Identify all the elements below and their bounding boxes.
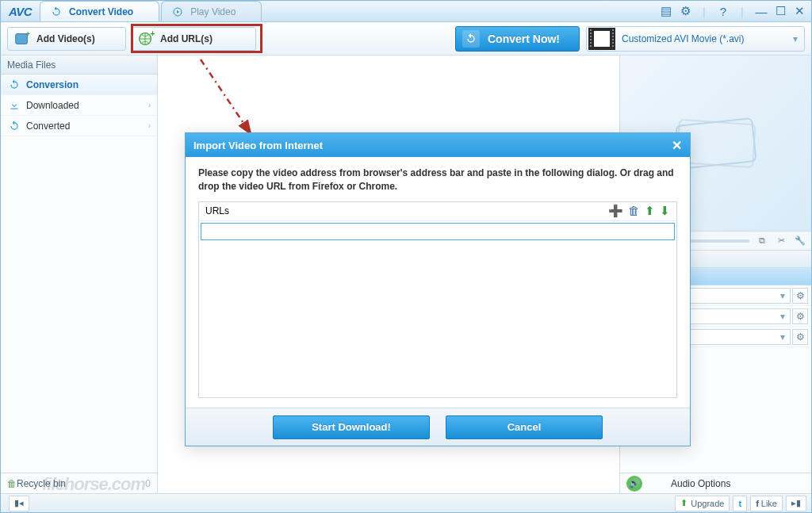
add-urls-button[interactable]: + Add URL(s) (131, 27, 256, 51)
tab-label: Convert Video (69, 6, 133, 17)
globe-add-icon: + (136, 29, 155, 48)
arrow-up-icon[interactable]: ⬆ (645, 204, 655, 218)
format-label: Customized AVI Movie (*.avi) (622, 33, 745, 44)
gear-icon[interactable]: ⚙ (792, 308, 808, 324)
import-url-dialog: Import Video from Internet ✕ Please copy… (185, 132, 691, 446)
fb-like-button[interactable]: fLike (750, 496, 783, 511)
urls-header: URLs ➕ 🗑 ⬆ ⬇ (199, 202, 676, 221)
recycle-bin[interactable]: 🗑 Recycle bin 0 (1, 473, 157, 493)
chevron-down-icon: ▾ (780, 331, 785, 343)
play-icon (171, 6, 184, 18)
app-logo: AVC (1, 5, 40, 18)
sidebar-item-label: Converted (26, 121, 70, 132)
toolbar: + Add Video(s) + Add URL(s) Convert Now!… (1, 22, 811, 56)
film-icon (588, 28, 615, 50)
minimize-icon[interactable]: — (754, 5, 768, 18)
svg-rect-14 (612, 33, 614, 34)
button-label: Add Video(s) (36, 33, 95, 44)
svg-rect-18 (612, 45, 614, 47)
help-icon[interactable]: ? (716, 5, 730, 18)
sidebar-item-downloaded[interactable]: Downloaded › (1, 95, 157, 116)
sidebar-heading: Media Files (1, 56, 157, 75)
panel-toggle-left[interactable]: ▮◂ (9, 496, 29, 511)
button-label: Convert Now! (488, 33, 560, 45)
sidebar-item-label: Downloaded (26, 100, 79, 111)
convert-now-button[interactable]: Convert Now! (455, 26, 580, 52)
svg-rect-16 (612, 39, 614, 40)
button-label: Add URL(s) (160, 33, 213, 44)
sidebar-item-conversion[interactable]: Conversion (1, 75, 157, 95)
cancel-button[interactable]: Cancel (446, 415, 603, 439)
crop-icon[interactable]: ⧉ (756, 235, 768, 246)
svg-rect-17 (612, 42, 614, 44)
svg-rect-11 (590, 42, 592, 44)
output-format-dropdown[interactable]: Customized AVI Movie (*.avi) ▾ (586, 26, 805, 52)
add-icon[interactable]: ➕ (608, 204, 623, 218)
svg-text:+: + (151, 30, 155, 38)
url-input[interactable] (201, 223, 675, 240)
refresh-icon (7, 78, 21, 91)
maximize-icon[interactable]: ☐ (773, 4, 787, 18)
audio-options-label: Audio Options (671, 478, 730, 489)
chevron-right-icon: › (148, 121, 151, 130)
refresh-icon (462, 30, 480, 48)
svg-rect-9 (590, 36, 592, 37)
arrow-down-icon[interactable]: ⬇ (660, 204, 670, 218)
dialog-message: Please copy the video address from brows… (198, 167, 677, 193)
audio-options-button[interactable]: 🔊 Audio Options (620, 473, 811, 493)
trash-icon[interactable]: 🗑 (628, 204, 640, 218)
title-bar: AVC Convert Video Play Video ▤ ⚙ | ? | —… (1, 1, 811, 22)
refresh-icon (7, 120, 21, 132)
start-download-button[interactable]: Start Download! (273, 415, 430, 439)
svg-text:+: + (26, 30, 30, 38)
svg-rect-13 (612, 29, 614, 31)
add-videos-button[interactable]: + Add Video(s) (7, 27, 126, 51)
close-icon[interactable]: ✕ (672, 138, 682, 153)
sidebar-item-converted[interactable]: Converted › (1, 116, 157, 136)
svg-rect-10 (590, 39, 592, 40)
sidebar: Media Files Conversion Downloaded › Conv… (1, 56, 158, 493)
upgrade-button[interactable]: ⬆Upgrade (675, 496, 730, 511)
tab-convert-video[interactable]: Convert Video (40, 1, 159, 21)
twitter-button[interactable]: t (733, 496, 747, 511)
menu-icon[interactable]: ▤ (659, 4, 673, 18)
refresh-icon (50, 6, 63, 18)
download-icon (7, 99, 21, 112)
chevron-down-icon: ▾ (780, 311, 785, 322)
status-bar: ▮◂ ⬆Upgrade t fLike ▸▮ (1, 493, 811, 512)
chevron-down-icon: ▾ (780, 290, 785, 301)
close-icon[interactable]: ✕ (792, 4, 806, 18)
gear-icon[interactable]: ⚙ (678, 4, 692, 18)
tab-label: Play Video (190, 6, 236, 17)
recycle-label: Recycle bin (17, 478, 66, 489)
svg-rect-19 (594, 31, 610, 47)
urls-panel: URLs ➕ 🗑 ⬆ ⬇ (198, 201, 677, 398)
dialog-title-bar: Import Video from Internet ✕ (186, 133, 690, 157)
panel-toggle-right[interactable]: ▸▮ (786, 496, 806, 511)
window-controls: ▤ ⚙ | ? | — ☐ ✕ (659, 4, 811, 18)
tab-play-video[interactable]: Play Video (161, 1, 262, 21)
dialog-footer: Start Download! Cancel (186, 408, 690, 446)
cut-icon[interactable]: ✂ (775, 235, 787, 246)
sidebar-item-label: Conversion (26, 79, 79, 90)
svg-rect-7 (590, 29, 592, 31)
settings-icon[interactable]: 🔧 (794, 235, 806, 246)
recycle-count: 0 (145, 478, 151, 489)
svg-rect-12 (590, 45, 592, 47)
svg-rect-8 (590, 33, 592, 34)
trash-icon: 🗑 (7, 478, 17, 489)
svg-rect-15 (612, 36, 614, 37)
urls-label: URLs (205, 205, 229, 216)
film-add-icon: + (13, 29, 32, 48)
speaker-icon: 🔊 (626, 476, 642, 492)
chevron-down-icon: ▾ (787, 33, 804, 44)
gear-icon[interactable]: ⚙ (792, 329, 808, 345)
gear-icon[interactable]: ⚙ (792, 288, 808, 304)
chevron-right-icon: › (148, 101, 151, 109)
dialog-title: Import Video from Internet (193, 140, 323, 151)
